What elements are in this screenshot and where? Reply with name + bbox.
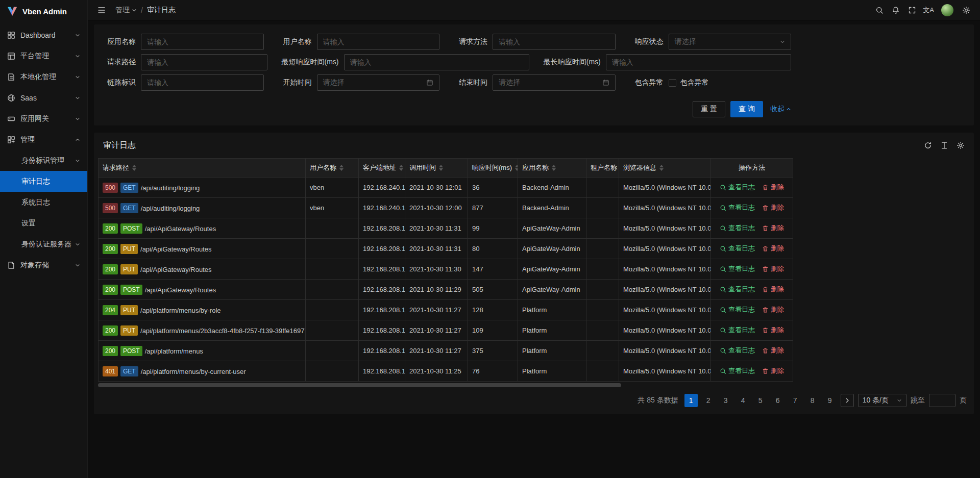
app-name-input[interactable] — [141, 34, 264, 50]
sidebar-item-dashboard[interactable]: Dashboard — [0, 24, 87, 45]
sidebar-item-label: 审计日志 — [21, 177, 50, 186]
search-icon[interactable] — [872, 3, 887, 18]
page-3-button[interactable]: 3 — [719, 394, 732, 407]
content: 应用名称用户名称请求方法响应状态请选择请求路径最短响应时间(ms)最长响应时间(… — [88, 20, 980, 478]
view-log-link[interactable]: 查看日志 — [720, 366, 755, 375]
delete-link[interactable]: 删除 — [762, 346, 784, 355]
request-path-input[interactable] — [141, 54, 267, 70]
locale-icon[interactable]: 文A — [921, 3, 936, 18]
fullscreen-icon[interactable] — [904, 3, 920, 18]
sort-carets-icon — [399, 165, 403, 171]
request-path-cell: 200PUT/api/ApiGateway/Routes — [99, 239, 306, 259]
delete-link[interactable]: 删除 — [762, 325, 784, 335]
column-header[interactable]: 响应时间(ms) — [468, 159, 518, 178]
sidebar-item-settings[interactable]: 设置 — [0, 213, 87, 234]
user-name-input[interactable] — [317, 34, 440, 50]
row-height-icon[interactable] — [940, 141, 948, 149]
notification-bell-icon[interactable] — [888, 3, 903, 18]
sidebar-item-manage[interactable]: 管理 — [0, 129, 87, 150]
method-badge: PUT — [120, 305, 138, 315]
sidebar-item-auth-server[interactable]: 身份认证服务器 — [0, 234, 87, 255]
sidebar-item-object-storage[interactable]: 对象存储 — [0, 255, 87, 275]
sidebar-item-audit-log[interactable]: 审计日志 — [0, 171, 87, 192]
sidebar-item-platform[interactable]: 平台管理 — [0, 45, 87, 66]
view-log-link[interactable]: 查看日志 — [720, 203, 755, 212]
horizontal-scrollbar[interactable] — [98, 383, 970, 388]
response-status-select[interactable]: 请选择 — [669, 34, 792, 50]
trace-id-input[interactable] — [141, 74, 264, 91]
include-exception-checkbox[interactable] — [669, 79, 676, 87]
sidebar-item-localization[interactable]: 本地化管理 — [0, 66, 87, 87]
view-log-link[interactable]: 查看日志 — [720, 305, 755, 314]
column-header[interactable]: 请求路径 — [99, 159, 306, 178]
delete-link[interactable]: 删除 — [762, 305, 784, 314]
view-log-link[interactable]: 查看日志 — [720, 264, 755, 273]
column-header[interactable]: 客户端地址 — [359, 159, 405, 178]
view-log-link[interactable]: 查看日志 — [720, 244, 755, 253]
avatar[interactable] — [941, 4, 953, 16]
jump-page-input[interactable] — [929, 394, 955, 407]
request-path-cell: 500GET/api/auditing/logging — [99, 198, 306, 218]
app-title: Vben Admin — [22, 7, 67, 16]
sidebar-item-system-log[interactable]: 系统日志 — [0, 192, 87, 213]
page-1-button[interactable]: 1 — [684, 394, 698, 407]
max-response-time-input[interactable] — [606, 54, 791, 70]
column-header[interactable]: 应用名称 — [518, 159, 586, 178]
sidebar-item-gateway[interactable]: 应用网关 — [0, 108, 87, 129]
page-7-button[interactable]: 7 — [789, 394, 802, 407]
refresh-icon[interactable] — [924, 141, 932, 149]
request-path-cell: 204PUT/api/platform/menus/by-role — [99, 300, 306, 320]
sidebar-item-saas[interactable]: Saas — [0, 87, 87, 108]
settings-gear-icon[interactable] — [959, 3, 974, 18]
status-badge: 200 — [103, 285, 118, 295]
view-log-link[interactable]: 查看日志 — [720, 285, 755, 294]
view-log-link[interactable]: 查看日志 — [720, 325, 755, 335]
horizontal-scrollbar-thumb[interactable] — [98, 383, 621, 387]
column-header[interactable]: 浏览器信息 — [619, 159, 711, 178]
page-5-button[interactable]: 5 — [754, 394, 767, 407]
method-badge: PUT — [120, 264, 138, 274]
status-badge: 200 — [103, 325, 118, 336]
page-2-button[interactable]: 2 — [702, 394, 715, 407]
min-response-time-input[interactable] — [344, 54, 529, 70]
menu-fold-icon[interactable] — [94, 3, 109, 18]
app-name-cell: Platform — [518, 300, 586, 320]
sort-carets-icon — [132, 165, 136, 171]
calendar-icon — [426, 79, 433, 86]
view-log-link[interactable]: 查看日志 — [720, 223, 755, 233]
page-9-button[interactable]: 9 — [823, 394, 837, 407]
request-path-cell: 200POST/api/platform/menus — [99, 341, 306, 361]
end-time-picker[interactable]: 请选择 — [493, 74, 616, 91]
page-4-button[interactable]: 4 — [737, 394, 750, 407]
delete-link[interactable]: 删除 — [762, 285, 784, 294]
logo[interactable]: Vben Admin — [0, 0, 87, 22]
page-6-button[interactable]: 6 — [771, 394, 785, 407]
column-header[interactable]: 租户名称 — [586, 159, 619, 178]
breadcrumb: 管理 / 审计日志 — [115, 6, 176, 15]
sidebar-item-identity[interactable]: 身份标识管理 — [0, 150, 87, 171]
method-badge: GET — [120, 203, 138, 213]
delete-link[interactable]: 删除 — [762, 183, 784, 192]
collapse-link[interactable]: 收起 — [770, 105, 791, 114]
breadcrumb-root[interactable]: 管理 — [115, 6, 137, 15]
delete-link[interactable]: 删除 — [762, 264, 784, 273]
delete-link[interactable]: 删除 — [762, 203, 784, 212]
delete-link[interactable]: 删除 — [762, 223, 784, 233]
page-8-button[interactable]: 8 — [806, 394, 819, 407]
page-size-select[interactable]: 10 条/页 — [858, 394, 906, 407]
view-log-link[interactable]: 查看日志 — [720, 183, 755, 192]
next-page-button[interactable] — [841, 394, 854, 407]
column-settings-icon[interactable] — [957, 141, 965, 149]
column-header[interactable]: 用户名称 — [306, 159, 359, 178]
delete-link[interactable]: 删除 — [762, 366, 784, 375]
delete-link[interactable]: 删除 — [762, 244, 784, 253]
start-time-picker[interactable]: 请选择 — [317, 74, 440, 91]
filter-field: 包含异常包含异常 — [630, 74, 792, 91]
reset-button[interactable]: 重 置 — [693, 101, 725, 117]
query-button[interactable]: 查 询 — [730, 101, 763, 117]
magnifier-icon — [720, 286, 726, 293]
column-header[interactable]: 调用时间 — [405, 159, 468, 178]
view-log-link[interactable]: 查看日志 — [720, 346, 755, 355]
filter-panel: 应用名称用户名称请求方法响应状态请选择请求路径最短响应时间(ms)最长响应时间(… — [94, 24, 974, 125]
request-method-input[interactable] — [493, 34, 616, 50]
